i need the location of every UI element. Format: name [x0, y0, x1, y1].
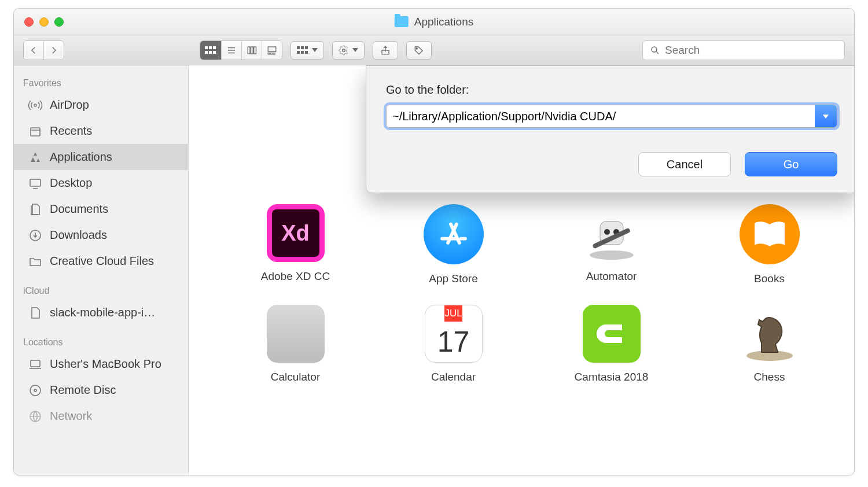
view-buttons — [200, 40, 282, 60]
app-label: Books — [754, 272, 785, 285]
history-dropdown-button[interactable] — [815, 105, 837, 127]
sidebar-item-slack-file[interactable]: slack-mobile-app-i… — [14, 300, 188, 326]
chevron-left-icon — [28, 45, 39, 56]
sidebar-item-downloads[interactable]: Downloads — [14, 222, 188, 248]
zoom-window-button[interactable] — [54, 17, 64, 27]
minimize-window-button[interactable] — [39, 17, 49, 27]
view-gallery-button[interactable] — [262, 41, 282, 60]
a-icon — [436, 217, 471, 252]
sidebar-item-label: Network — [50, 409, 92, 423]
sidebar-item-documents[interactable]: Documents — [14, 196, 188, 222]
sidebar-item-label: Applications — [50, 150, 112, 164]
sidebar-item-airdrop[interactable]: AirDrop — [14, 92, 188, 118]
app-label: App Store — [429, 272, 478, 285]
cancel-button[interactable]: Cancel — [638, 152, 731, 176]
svg-rect-5 — [213, 51, 216, 54]
sidebar-item-creative-cloud[interactable]: Creative Cloud Files — [14, 248, 188, 274]
downloads-icon — [28, 228, 43, 243]
back-button[interactable] — [24, 41, 44, 60]
svg-point-27 — [34, 104, 36, 106]
svg-point-25 — [652, 47, 657, 52]
laptop-icon — [28, 357, 43, 372]
group-icon — [297, 46, 308, 54]
icloud-header: iCloud — [14, 285, 188, 300]
applications-icon — [28, 150, 43, 165]
app-item-calendar[interactable]: JUL 17 Calendar — [374, 305, 532, 383]
title-center: Applications — [395, 16, 473, 28]
sidebar-item-macbook[interactable]: Usher's MacBook Pro — [14, 351, 188, 377]
chevron-right-icon — [49, 45, 59, 56]
sidebar-item-desktop[interactable]: Desktop — [14, 170, 188, 196]
search-input[interactable] — [665, 44, 837, 57]
chevron-down-icon — [312, 48, 318, 52]
window-title: Applications — [414, 16, 473, 28]
svg-rect-4 — [209, 51, 212, 54]
svg-line-26 — [656, 51, 659, 53]
tags-button[interactable] — [406, 41, 432, 60]
books-icon — [740, 204, 800, 264]
list-view-icon — [226, 45, 237, 56]
documents-icon — [28, 202, 43, 217]
svg-point-35 — [34, 389, 36, 392]
share-button[interactable] — [373, 41, 398, 60]
sidebar-item-label: Usher's MacBook Pro — [50, 357, 161, 371]
svg-rect-21 — [305, 51, 308, 54]
svg-point-34 — [30, 385, 41, 396]
view-icons-button[interactable] — [200, 41, 222, 60]
sidebar-item-label: Documents — [50, 202, 108, 216]
close-window-button[interactable] — [24, 17, 34, 27]
app-item-automator[interactable]: Automator — [532, 204, 690, 285]
window-controls — [24, 17, 64, 27]
svg-point-39 — [604, 229, 610, 235]
sidebar-item-remote-disc[interactable]: Remote Disc — [14, 377, 188, 403]
sidebar-item-label: AirDrop — [50, 98, 89, 112]
calendar-month: JUL — [444, 305, 462, 322]
folder-path-input[interactable] — [387, 105, 815, 127]
adobe-xd-cc-icon: Xd — [267, 204, 325, 262]
sidebar-item-recents[interactable]: Recents — [14, 118, 188, 144]
dialog-actions: Cancel Go — [386, 152, 837, 176]
view-columns-button[interactable] — [242, 41, 262, 60]
view-list-button[interactable] — [222, 41, 242, 60]
svg-point-22 — [343, 49, 345, 51]
gear-icon — [339, 45, 349, 56]
app-item-camtasia[interactable]: Camtasia 2018 — [532, 305, 690, 383]
forward-button[interactable] — [44, 41, 64, 60]
app-label: Calculator — [271, 371, 321, 383]
tag-icon — [414, 45, 424, 56]
document-icon — [28, 305, 43, 320]
search-field[interactable] — [642, 40, 845, 60]
app-label: Automator — [586, 270, 637, 283]
folder-path-combobox[interactable] — [386, 105, 837, 128]
svg-rect-17 — [301, 46, 304, 49]
chess-icon — [741, 305, 799, 363]
svg-rect-1 — [209, 46, 212, 49]
group-by-button[interactable] — [290, 41, 324, 60]
sidebar-item-applications[interactable]: Applications — [14, 144, 188, 170]
folder-icon — [395, 16, 409, 27]
app-label: Adobe XD CC — [261, 270, 330, 283]
column-view-icon — [247, 45, 257, 56]
search-icon — [650, 45, 660, 56]
app-item-books[interactable]: Books — [690, 204, 848, 285]
app-item-calculator[interactable]: Calculator — [216, 305, 374, 383]
app-item-chess[interactable]: Chess — [690, 305, 848, 383]
app-store-icon — [424, 204, 484, 264]
svg-rect-33 — [31, 360, 40, 367]
go-to-folder-dialog: Go to the folder: Cancel Go — [366, 65, 854, 193]
app-item-adobe-xd-cc[interactable]: Xd Adobe XD CC — [216, 204, 374, 285]
sidebar-item-network[interactable]: Network — [14, 403, 188, 429]
svg-rect-14 — [271, 53, 273, 54]
icon-view-icon — [205, 46, 216, 54]
toolbar — [14, 35, 854, 65]
svg-rect-19 — [297, 51, 300, 54]
go-button[interactable]: Go — [745, 152, 837, 176]
svg-rect-15 — [273, 53, 275, 54]
action-button[interactable] — [332, 41, 365, 60]
app-item-app-store[interactable]: App Store — [374, 204, 532, 285]
share-icon — [380, 45, 391, 56]
svg-point-37 — [590, 250, 634, 260]
app-label: Calendar — [431, 371, 476, 383]
robot-icon — [583, 204, 641, 262]
calendar-day: 17 — [437, 322, 470, 362]
